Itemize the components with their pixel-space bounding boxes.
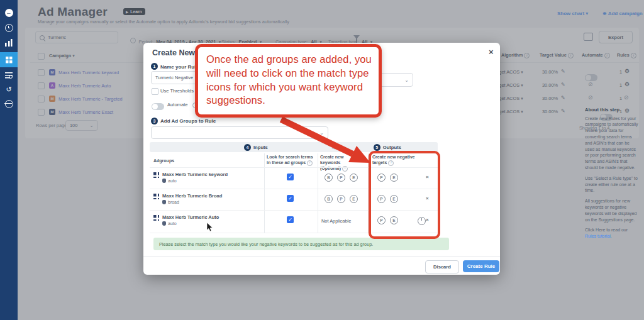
new-keywords-column-header: Create new keywords (Optional)i [320,155,359,172]
not-applicable-label: Not Applicable [321,218,351,224]
match-type-hint-banner: Please select the match type you would l… [153,238,449,250]
remove-row-icon[interactable]: × [426,196,429,201]
annotation-text: Once the ad groups are added, you will n… [206,53,377,108]
clock-icon [5,24,13,32]
sidebar-item-recent[interactable]: ↺ [0,82,18,96]
new-negative-column-header: Create new negative targetsi [372,155,415,166]
neg-match-type-phrase[interactable]: P [377,216,386,224]
remove-row-icon[interactable]: × [426,217,429,223]
adgroup-name: Maxx Herb Turmeric keyword [162,172,228,177]
discard-button[interactable]: Discard [425,260,459,273]
ad-groups-select[interactable]: ⌄ [151,126,328,139]
step-number: 5 [374,144,380,151]
search-terms-checkbox[interactable]: ✓ [287,195,294,202]
match-type-phrase[interactable]: P [337,195,345,203]
sidebar-item-history-clock[interactable] [0,21,18,35]
ad-manager-screen: Ad Manager ▶ Learn Manage your campaigns… [0,0,644,320]
adgroup-type-icon [162,221,166,226]
inputs-outputs-band: 4 Inputs → 5 Outputs [150,142,438,152]
neg-match-type-phrase[interactable]: P [377,174,386,182]
neg-match-type-exact[interactable]: E [390,216,398,224]
about-this-step-panel: About this step Create new Rules for you… [585,107,640,244]
search-terms-column-header: Look for search terms in these ad groups… [267,155,313,166]
adgroup-grid-icon [153,215,159,221]
globe-icon [5,100,13,108]
about-paragraph: All suggestions for new keywords or nega… [585,198,640,223]
automate-toggle[interactable] [152,103,164,110]
sidebar-item-products[interactable] [0,97,18,111]
adgroup-grid-icon [153,172,159,178]
inputs-label: Inputs [253,145,268,150]
match-type-exact[interactable]: E [350,174,358,182]
match-type-phrase[interactable]: P [337,174,345,182]
neg-match-type-exact[interactable]: E [390,195,398,203]
create-rule-button[interactable]: Create Rule [463,260,499,272]
mouse-cursor [206,223,214,233]
adgroup-grid-icon [153,194,159,199]
history-icon: ↺ [6,86,11,94]
annotation-callout: Once the ad groups are added, you will n… [195,44,382,118]
grid-icon [6,57,13,63]
back-icon: ← [5,9,13,17]
step-number: 4 [244,144,251,151]
match-type-exact[interactable]: E [350,195,358,203]
adgroup-type: broad [162,200,179,204]
add-ad-groups-label: Add Ad Groups to Rule [160,118,216,124]
adgroup-type: auto [162,179,177,183]
neg-match-type-phrase[interactable]: P [377,195,386,203]
rules-tutorial-link[interactable]: Rules tutorial. [585,234,612,238]
neg-product-target-icon[interactable] [418,217,426,225]
thresholds-checkbox[interactable] [152,88,158,95]
adgroup-type-icon [162,179,166,183]
name-your-rule-label: Name your Rule [160,64,199,70]
close-icon[interactable]: × [489,47,494,57]
automate-label: Automate [167,102,188,108]
sidebar-item-ad-manager[interactable] [0,53,18,67]
thresholds-label: Use Thresholds in [160,88,199,94]
outputs-label: Outputs [383,145,401,150]
search-terms-checkbox[interactable]: ✓ [287,174,294,180]
adgroup-type-icon [162,200,166,204]
remove-row-icon[interactable]: × [426,174,429,180]
neg-match-type-exact[interactable]: E [390,174,398,182]
flow-arrow-icon: → [331,144,337,151]
adgroup-type: auto [162,221,177,226]
adgroup-name: Maxx Herb Turmeric Broad [162,193,222,199]
about-paragraph: Use "Select a Rule type" to create eithe… [585,175,640,194]
step-number: 3 [151,118,158,124]
adgroup-name: Maxx Herb Turmeric Auto [162,214,219,220]
sidebar-item-analytics[interactable] [0,36,18,50]
search-terms-checkbox[interactable]: ✓ [287,216,294,223]
step-number: 1 [151,63,158,70]
about-title: About this step [585,107,640,114]
about-paragraph: Click Here to read our Rules tutorial. [585,227,640,240]
match-type-broad[interactable]: B [325,195,333,203]
adgroups-column-header: Adgroups [153,158,174,164]
chart-icon [5,39,13,47]
sidebar-item-lists[interactable] [0,68,18,82]
list-icon [5,72,13,79]
sidebar-nav: ← ↺ [0,0,18,320]
sidebar-item-back[interactable]: ← [0,6,18,19]
match-type-broad[interactable]: B [325,174,333,182]
about-paragraph: Create new Rules for your campaigns to a… [585,116,640,171]
